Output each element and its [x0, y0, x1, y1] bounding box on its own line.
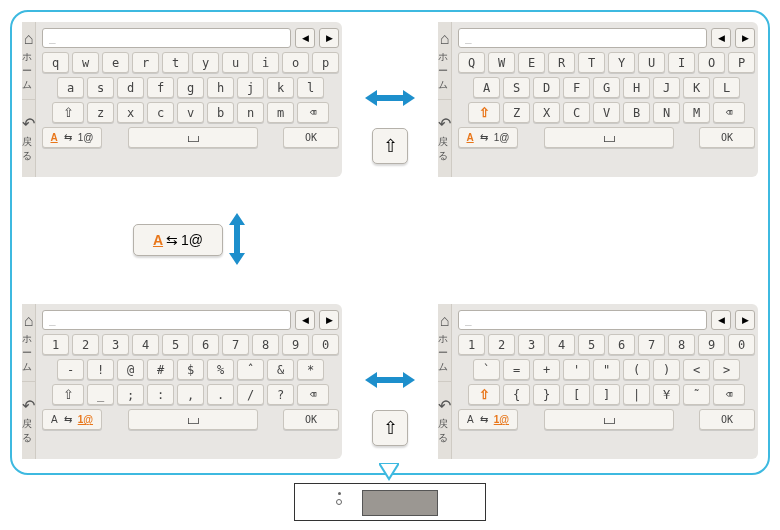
key[interactable]: $: [177, 359, 204, 380]
key[interactable]: U: [638, 52, 665, 73]
key[interactable]: -: [57, 359, 84, 380]
key[interactable]: &: [267, 359, 294, 380]
space-key[interactable]: ⌴: [544, 409, 674, 430]
key[interactable]: y: [192, 52, 219, 73]
key[interactable]: %: [207, 359, 234, 380]
key[interactable]: w: [72, 52, 99, 73]
key[interactable]: D: [533, 77, 560, 98]
key[interactable]: m: [267, 102, 294, 123]
key[interactable]: v: [177, 102, 204, 123]
key[interactable]: Q: [458, 52, 485, 73]
text-input[interactable]: _: [458, 28, 707, 48]
key[interactable]: #: [147, 359, 174, 380]
cursor-right-button[interactable]: ▶: [735, 28, 755, 48]
key[interactable]: K: [683, 77, 710, 98]
text-input[interactable]: _: [42, 310, 291, 330]
key[interactable]: 6: [608, 334, 635, 355]
mode-switch-key[interactable]: A ⇆ 1@: [42, 127, 102, 148]
backspace-key[interactable]: ⌫: [713, 102, 745, 123]
key[interactable]: >: [713, 359, 740, 380]
key[interactable]: ]: [593, 384, 620, 405]
key[interactable]: C: [563, 102, 590, 123]
key[interactable]: 2: [72, 334, 99, 355]
key[interactable]: 5: [162, 334, 189, 355]
home-button[interactable]: ⌂ホーム: [22, 22, 36, 100]
key[interactable]: 9: [282, 334, 309, 355]
key[interactable]: 6: [192, 334, 219, 355]
key[interactable]: X: [533, 102, 560, 123]
cursor-left-button[interactable]: ◀: [295, 28, 315, 48]
key[interactable]: B: [623, 102, 650, 123]
key[interactable]: H: [623, 77, 650, 98]
key[interactable]: J: [653, 77, 680, 98]
key[interactable]: 1: [458, 334, 485, 355]
key[interactable]: k: [267, 77, 294, 98]
key[interactable]: }: [533, 384, 560, 405]
key[interactable]: P: [728, 52, 755, 73]
home-button[interactable]: ⌂ホーム: [438, 304, 452, 382]
key[interactable]: ': [563, 359, 590, 380]
backspace-key[interactable]: ⌫: [297, 384, 329, 405]
shift-key[interactable]: ⇧: [52, 384, 84, 405]
key[interactable]: +: [533, 359, 560, 380]
key[interactable]: {: [503, 384, 530, 405]
key[interactable]: 8: [668, 334, 695, 355]
key[interactable]: q: [42, 52, 69, 73]
key[interactable]: T: [578, 52, 605, 73]
key[interactable]: a: [57, 77, 84, 98]
key[interactable]: !: [87, 359, 114, 380]
key[interactable]: I: [668, 52, 695, 73]
key[interactable]: 5: [578, 334, 605, 355]
key[interactable]: .: [207, 384, 234, 405]
ok-button[interactable]: OK: [283, 409, 339, 430]
key[interactable]: R: [548, 52, 575, 73]
key[interactable]: 7: [638, 334, 665, 355]
key[interactable]: ?: [267, 384, 294, 405]
key[interactable]: L: [713, 77, 740, 98]
key[interactable]: x: [117, 102, 144, 123]
key[interactable]: r: [132, 52, 159, 73]
shift-key-active[interactable]: ⇧: [468, 102, 500, 123]
space-key[interactable]: ⌴: [128, 127, 258, 148]
backspace-key[interactable]: ⌫: [297, 102, 329, 123]
text-input[interactable]: _: [458, 310, 707, 330]
ok-button[interactable]: OK: [283, 127, 339, 148]
key[interactable]: `: [473, 359, 500, 380]
key[interactable]: _: [87, 384, 114, 405]
key[interactable]: p: [312, 52, 339, 73]
key[interactable]: ": [593, 359, 620, 380]
backspace-key[interactable]: ⌫: [713, 384, 745, 405]
key[interactable]: 4: [548, 334, 575, 355]
space-key[interactable]: ⌴: [544, 127, 674, 148]
key[interactable]: E: [518, 52, 545, 73]
key[interactable]: :: [147, 384, 174, 405]
key[interactable]: 1: [42, 334, 69, 355]
key[interactable]: G: [593, 77, 620, 98]
key[interactable]: 3: [102, 334, 129, 355]
key[interactable]: =: [503, 359, 530, 380]
key[interactable]: u: [222, 52, 249, 73]
key[interactable]: V: [593, 102, 620, 123]
key[interactable]: 3: [518, 334, 545, 355]
space-key[interactable]: ⌴: [128, 409, 258, 430]
cursor-right-button[interactable]: ▶: [319, 310, 339, 330]
key[interactable]: j: [237, 77, 264, 98]
mode-switch-key[interactable]: A ⇆ 1@: [458, 127, 518, 148]
key[interactable]: z: [87, 102, 114, 123]
key[interactable]: ): [653, 359, 680, 380]
key[interactable]: ¥: [653, 384, 680, 405]
key[interactable]: @: [117, 359, 144, 380]
key[interactable]: 4: [132, 334, 159, 355]
key[interactable]: d: [117, 77, 144, 98]
key[interactable]: ;: [117, 384, 144, 405]
key[interactable]: f: [147, 77, 174, 98]
key[interactable]: <: [683, 359, 710, 380]
key[interactable]: F: [563, 77, 590, 98]
cursor-left-button[interactable]: ◀: [711, 310, 731, 330]
key[interactable]: O: [698, 52, 725, 73]
cursor-right-button[interactable]: ▶: [735, 310, 755, 330]
key[interactable]: e: [102, 52, 129, 73]
key[interactable]: h: [207, 77, 234, 98]
key[interactable]: Z: [503, 102, 530, 123]
key[interactable]: S: [503, 77, 530, 98]
